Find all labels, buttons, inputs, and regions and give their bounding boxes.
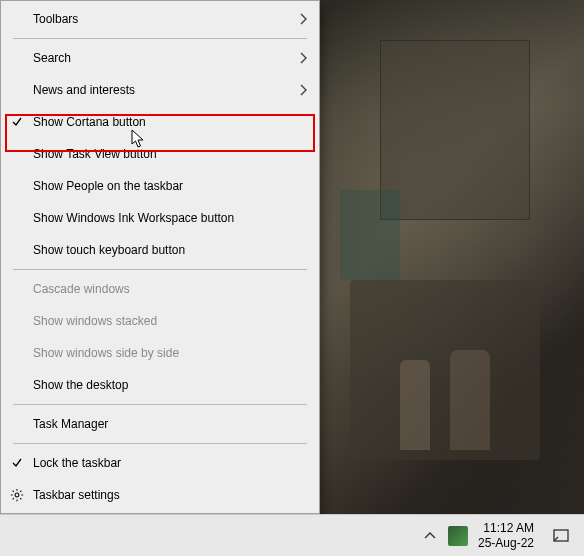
checkmark-icon: [1, 116, 33, 128]
tray-app-icon[interactable]: [448, 526, 468, 546]
menu-label: Taskbar settings: [33, 488, 289, 502]
menu-label: News and interests: [33, 83, 289, 97]
menu-item-show-people[interactable]: Show People on the taskbar: [1, 170, 319, 202]
chevron-right-icon: [289, 13, 307, 25]
menu-item-show-cortana[interactable]: Show Cortana button: [1, 106, 319, 138]
clock-date: 25-Aug-22: [478, 536, 534, 551]
menu-item-toolbars[interactable]: Toolbars: [1, 3, 319, 35]
menu-item-news-interests[interactable]: News and interests: [1, 74, 319, 106]
menu-label: Cascade windows: [33, 282, 289, 296]
menu-label: Lock the taskbar: [33, 456, 289, 470]
separator: [13, 269, 307, 270]
menu-label: Show windows side by side: [33, 346, 289, 360]
chevron-right-icon: [289, 84, 307, 96]
menu-item-lock-taskbar[interactable]: Lock the taskbar: [1, 447, 319, 479]
menu-item-task-manager[interactable]: Task Manager: [1, 408, 319, 440]
svg-point-0: [15, 493, 19, 497]
menu-label: Show Cortana button: [33, 115, 289, 129]
gear-icon: [1, 488, 33, 502]
menu-item-stacked: Show windows stacked: [1, 305, 319, 337]
clock-time: 11:12 AM: [483, 521, 534, 536]
menu-label: Task Manager: [33, 417, 289, 431]
chevron-right-icon: [289, 52, 307, 64]
taskbar[interactable]: 11:12 AM 25-Aug-22: [0, 514, 584, 556]
tray-chevron-up-icon[interactable]: [418, 528, 442, 544]
menu-item-show-taskview[interactable]: Show Task View button: [1, 138, 319, 170]
menu-item-show-touch-keyboard[interactable]: Show touch keyboard button: [1, 234, 319, 266]
menu-label: Search: [33, 51, 289, 65]
menu-item-sidebyside: Show windows side by side: [1, 337, 319, 369]
menu-label: Show the desktop: [33, 378, 289, 392]
menu-label: Show Task View button: [33, 147, 289, 161]
menu-item-search[interactable]: Search: [1, 42, 319, 74]
menu-label: Show People on the taskbar: [33, 179, 289, 193]
menu-item-show-ink[interactable]: Show Windows Ink Workspace button: [1, 202, 319, 234]
menu-label: Toolbars: [33, 12, 289, 26]
separator: [13, 443, 307, 444]
separator: [13, 38, 307, 39]
checkmark-icon: [1, 457, 33, 469]
menu-label: Show Windows Ink Workspace button: [33, 211, 289, 225]
notifications-icon[interactable]: [544, 523, 578, 549]
taskbar-context-menu: Toolbars Search News and interests Show …: [0, 0, 320, 514]
taskbar-clock[interactable]: 11:12 AM 25-Aug-22: [474, 521, 538, 551]
menu-label: Show windows stacked: [33, 314, 289, 328]
menu-item-cascade: Cascade windows: [1, 273, 319, 305]
menu-item-taskbar-settings[interactable]: Taskbar settings: [1, 479, 319, 511]
separator: [13, 404, 307, 405]
menu-item-show-desktop[interactable]: Show the desktop: [1, 369, 319, 401]
menu-label: Show touch keyboard button: [33, 243, 289, 257]
